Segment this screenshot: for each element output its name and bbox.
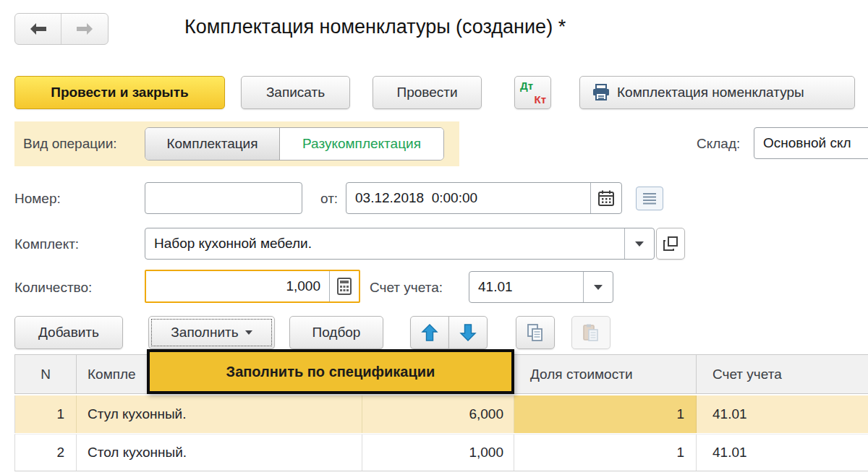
cell-share-selected[interactable]: 1 <box>514 395 697 433</box>
paste-row-button[interactable] <box>571 316 610 349</box>
cell-component[interactable]: Стол кухонный. <box>77 435 362 471</box>
table-row[interactable]: 2 Стол кухонный. 1,000 1 41.01 <box>14 434 868 471</box>
kit-dropdown-button[interactable] <box>625 228 654 259</box>
fill-menu-button[interactable]: Заполнить <box>148 316 275 349</box>
chevron-down-icon <box>245 330 252 335</box>
kit-open-button[interactable] <box>656 228 685 260</box>
history-nav-group <box>14 13 109 45</box>
date-value: 03.12.2018 0:00:00 <box>346 190 590 206</box>
cell-quantity[interactable]: 6,000 <box>362 395 514 433</box>
quantity-value: 1,000 <box>146 278 329 294</box>
header-n[interactable]: N <box>15 355 77 393</box>
account-value: 41.01 <box>469 279 583 295</box>
add-row-label: Добавить <box>38 325 99 341</box>
operation-option-disassembly[interactable]: Разукомплектация <box>280 128 443 160</box>
cell-share[interactable]: 1 <box>514 435 697 471</box>
warehouse-label: Склад: <box>697 136 740 152</box>
account-dropdown-button[interactable] <box>584 272 613 302</box>
printer-icon <box>592 84 610 101</box>
arrow-down-icon <box>459 323 477 342</box>
date-label: от: <box>320 191 338 207</box>
document-list-button[interactable] <box>636 187 663 210</box>
paste-icon <box>582 323 600 342</box>
cell-component[interactable]: Стул кухонный. <box>77 395 362 433</box>
dt-icon: Дт <box>520 80 533 92</box>
operation-type-label: Вид операции: <box>23 136 117 152</box>
cell-n[interactable]: 1 <box>15 395 77 433</box>
cell-n[interactable]: 2 <box>15 435 77 471</box>
print-assembly-button[interactable]: Комплектация номенклатуры <box>579 76 855 109</box>
add-row-button[interactable]: Добавить <box>14 316 123 349</box>
kt-icon: Кт <box>534 93 546 106</box>
copy-icon <box>526 323 545 342</box>
account-input[interactable]: 41.01 <box>469 271 613 303</box>
operation-disassembly-label: Разукомплектация <box>302 136 421 152</box>
pick-items-button[interactable]: Подбор <box>289 316 383 349</box>
chevron-down-icon <box>635 241 644 247</box>
move-row-up-button[interactable] <box>410 316 449 349</box>
post-and-close-button[interactable]: Провести и закрыть <box>14 76 225 109</box>
open-form-icon <box>663 236 678 252</box>
quantity-input[interactable]: 1,000 <box>145 270 360 303</box>
forward-button[interactable] <box>61 14 108 44</box>
chevron-down-icon <box>594 285 603 290</box>
kit-input[interactable]: Набор кухонной мебели. <box>145 228 655 260</box>
header-share[interactable]: Доля стоимости <box>514 355 697 393</box>
fill-by-specification-label: Заполнить по спецификации <box>226 364 435 380</box>
page-title: Комплектация номенклатуры (создание) * <box>184 16 566 38</box>
calendar-picker-button[interactable] <box>591 183 621 213</box>
fill-menu-label: Заполнить <box>171 325 238 341</box>
post-and-close-label: Провести и закрыть <box>51 85 189 100</box>
quantity-label: Количество: <box>14 280 92 296</box>
calculator-icon <box>337 278 352 295</box>
kit-value: Набор кухонной мебели. <box>145 236 624 252</box>
warehouse-value: Основной скл <box>754 135 860 151</box>
move-row-down-button[interactable] <box>448 316 488 349</box>
cell-account[interactable]: 41.01 <box>697 395 868 433</box>
header-account[interactable]: Счет учета <box>697 355 868 393</box>
dt-kt-postings-button[interactable]: Дт Кт <box>514 76 551 109</box>
operation-option-assembly[interactable]: Комплектация <box>145 128 280 160</box>
write-button[interactable]: Записать <box>241 76 350 109</box>
calculator-button[interactable] <box>330 271 359 301</box>
copy-row-button[interactable] <box>516 316 555 349</box>
write-label: Записать <box>266 85 325 100</box>
warehouse-input[interactable]: Основной скл <box>754 127 868 159</box>
operation-type-toggle: Комплектация Разукомплектация <box>145 127 444 161</box>
forward-arrow-icon <box>75 21 94 37</box>
back-arrow-icon <box>29 21 48 37</box>
print-assembly-label: Комплектация номенклатуры <box>617 85 804 100</box>
date-input[interactable]: 03.12.2018 0:00:00 <box>346 182 622 214</box>
calendar-icon <box>597 189 615 207</box>
number-label: Номер: <box>14 191 61 207</box>
list-lines-icon <box>642 192 658 205</box>
cell-quantity[interactable]: 1,000 <box>362 435 514 471</box>
post-label: Провести <box>396 85 457 100</box>
table-row[interactable]: 1 Стул кухонный. 6,000 1 41.01 <box>14 395 868 433</box>
post-button[interactable]: Провести <box>373 76 482 109</box>
operation-assembly-label: Комплектация <box>166 136 258 152</box>
menu-item-fill-by-specification[interactable]: Заполнить по спецификации <box>147 349 514 394</box>
cell-account[interactable]: 41.01 <box>697 435 868 471</box>
number-input[interactable] <box>145 182 302 214</box>
arrow-up-icon <box>421 323 438 342</box>
account-label: Счет учета: <box>370 280 443 296</box>
assembly-document-window: Комплектация номенклатуры (создание) * П… <box>0 0 868 475</box>
back-button[interactable] <box>15 14 61 44</box>
move-row-group <box>410 316 488 349</box>
kit-label: Комплект: <box>14 236 79 252</box>
pick-items-label: Подбор <box>312 325 361 341</box>
